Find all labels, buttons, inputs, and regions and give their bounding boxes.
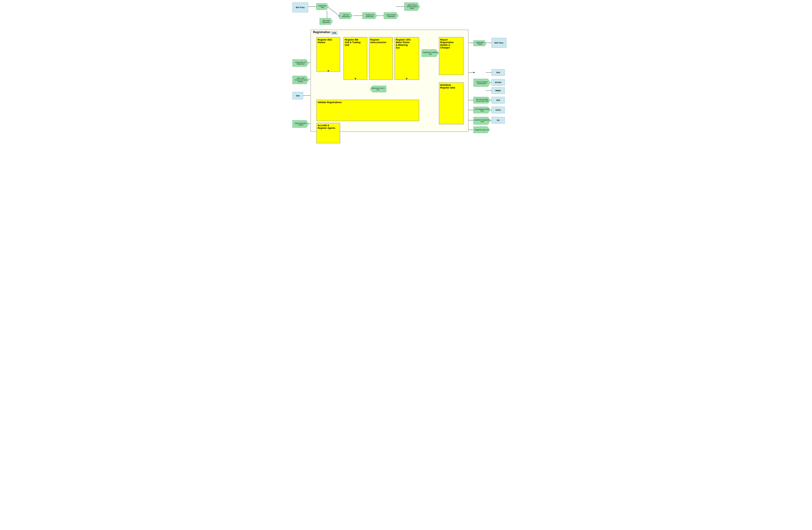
diagram: BSC Party Registration Data BSC Party Re… bbox=[291, 2, 521, 150]
report-registration-box: Report Registration Details & Changes bbox=[439, 37, 464, 75]
bsc-party-top: BSC Party bbox=[292, 2, 308, 12]
trading-unit-registration-flow: Trading Unit Registration bbox=[362, 12, 377, 19]
registration-data-flow: Registration Data bbox=[316, 3, 329, 10]
bsc-party-registration-flow: BSC Party Registration bbox=[320, 18, 333, 25]
registered-agent-list-flow: Registered Agent List bbox=[474, 127, 490, 133]
register-interconnector-box: Register Interconnector bbox=[369, 37, 393, 80]
interconnector-registration-flow: Interconnector Registration bbox=[384, 12, 398, 19]
registration-report-flow: Registration Report bbox=[474, 40, 487, 46]
bmu-credit-assessment-flow: BMU Credit Assessment Import Capabil... bbox=[292, 76, 309, 84]
dot-bsc bbox=[328, 70, 329, 71]
validate-registrations-box: Validate Registrations bbox=[316, 100, 419, 121]
ecvaa-box: ECVAA bbox=[492, 79, 505, 86]
svg-line-2 bbox=[327, 6, 339, 16]
container-title: Registration bbox=[313, 30, 330, 34]
saa-right-box: SAA bbox=[492, 97, 505, 103]
cra-registered-meter-flow: CRA Registered Meter Data bbox=[474, 107, 491, 113]
registration-data-cra-flow: Registration Data in CRA bbox=[370, 86, 386, 92]
svg-marker-27 bbox=[474, 72, 475, 73]
dot-cra bbox=[406, 78, 407, 79]
bsc-party-right: BSC Party bbox=[492, 38, 506, 48]
change-bm-unit-flow: Change BM Unit Registration bbox=[292, 59, 309, 67]
register-cra-box: Register CRA Meter Points & Metering Sys bbox=[394, 37, 419, 80]
register-bsc-parties-box: Register BSC Parties bbox=[316, 37, 340, 72]
bmra-box: BMRA bbox=[492, 87, 505, 94]
accredit-register-agents-box: Accredit & Register Agents bbox=[316, 123, 340, 143]
saa-left: SAA bbox=[292, 92, 303, 99]
bm-unit-energy-account-flow: BM Unit & Energy Account Reg. Data bbox=[474, 97, 491, 103]
faa-box: FAA bbox=[492, 69, 505, 76]
party-agency-auth-flow: Party and Agency Authentication... bbox=[474, 79, 491, 87]
distribute-register-box: Distribute Register Data bbox=[439, 82, 464, 124]
register-bm-trading-box: Register BM Unit & Trading Unit bbox=[344, 37, 367, 80]
bm-unit-registration-top-flow: BM Unit Registration bbox=[339, 12, 352, 19]
meter-point-metering-flow: Meter Point & Metering System Regis. bbox=[404, 2, 420, 11]
so-box: SO bbox=[492, 117, 505, 124]
agent-registration-request-flow: Agent Registration Request bbox=[292, 120, 309, 128]
cra-label: CRA bbox=[331, 31, 337, 34]
dot-bm bbox=[355, 78, 356, 79]
operations-registration-flow: Operations Registration Data bbox=[474, 117, 491, 125]
cdca-box: CDCA bbox=[492, 107, 505, 113]
registration-feedback-flow: Registration Feedback Data bbox=[422, 50, 439, 57]
